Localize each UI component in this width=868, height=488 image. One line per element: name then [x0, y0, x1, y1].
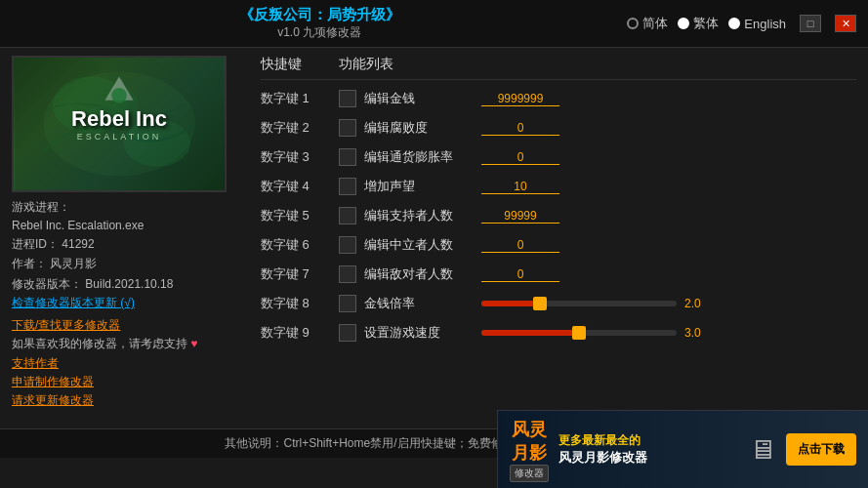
main-layout: Rebel Inc ESCALATION 游戏进程： Rebel Inc. Es… [0, 48, 868, 428]
slider-fill-8 [481, 330, 579, 336]
checkbox-5[interactable] [339, 236, 356, 254]
checkbox-2[interactable] [339, 148, 356, 166]
shortcut-key-7: 数字键 8 [261, 295, 339, 312]
author-label: 作者： [12, 257, 47, 270]
slider-thumb-8[interactable] [572, 326, 586, 340]
slider-track-7[interactable] [481, 301, 677, 306]
lang-english[interactable]: English [728, 17, 786, 31]
feature-label-7: 金钱倍率 [364, 295, 481, 312]
radio-english [728, 18, 740, 29]
version-value: Build.2021.10.18 [85, 277, 173, 291]
lang-traditional-label: 繁体 [693, 15, 719, 32]
feature-row-1: 数字键 2编辑腐败度 [261, 113, 856, 142]
pid-line: 进程ID： 41292 [12, 235, 237, 254]
checkbox-0[interactable] [339, 90, 356, 107]
feature-label-8: 设置游戏速度 [364, 324, 481, 342]
pid-value: 41292 [62, 237, 94, 251]
download-link[interactable]: 下载/查找更多修改器 [12, 318, 120, 332]
col-shortcut-header: 快捷键 [261, 56, 339, 73]
check-update-link[interactable]: 检查修改器版本更新 (√) [12, 296, 135, 309]
feature-input-6[interactable] [481, 267, 559, 282]
feature-label-1: 编辑腐败度 [364, 119, 481, 137]
feature-input-5[interactable] [481, 238, 559, 253]
radio-traditional [678, 18, 689, 29]
shortcut-key-4: 数字键 5 [261, 207, 339, 224]
slider-fill-7 [481, 301, 540, 306]
feature-label-5: 编辑中立者人数 [364, 236, 481, 254]
game-logo-area: Rebel Inc ESCALATION [71, 106, 167, 142]
feature-input-4[interactable] [481, 209, 559, 224]
slider-container-8: 3.0 [481, 326, 856, 340]
feature-input-0[interactable] [481, 92, 559, 106]
title-center: 《反叛公司：局势升级》 v1.0 九项修改器 [12, 6, 627, 41]
shortcut-key-0: 数字键 1 [261, 90, 339, 107]
feature-label-2: 编辑通货膨胀率 [364, 148, 481, 166]
author-value: 风灵月影 [50, 257, 97, 270]
svg-point-6 [111, 88, 127, 103]
shortcut-key-1: 数字键 2 [261, 119, 339, 137]
lang-english-label: English [744, 17, 786, 31]
checkbox-6[interactable] [339, 265, 356, 283]
lang-simplified[interactable]: 简体 [627, 15, 668, 32]
feature-row-4: 数字键 5编辑支持者人数 [261, 201, 856, 230]
feature-row-0: 数字键 1编辑金钱 [261, 84, 856, 113]
feature-label-4: 编辑支持者人数 [364, 207, 481, 224]
shortcut-key-3: 数字键 4 [261, 178, 339, 195]
game-name: Rebel Inc [71, 106, 167, 132]
process-label: 游戏进程： [12, 200, 70, 214]
slider-thumb-7[interactable] [533, 297, 547, 310]
heart-icon: ♥ [190, 337, 197, 350]
like-text: 如果喜欢我的修改器，请考虑支持 ♥ [12, 335, 237, 353]
slider-value-7: 2.0 [684, 297, 709, 310]
ad-subtitle: 风灵月影修改器 [558, 449, 739, 467]
close-button[interactable]: ✕ [835, 15, 856, 32]
checkbox-8[interactable] [339, 324, 356, 342]
column-headers: 快捷键 功能列表 [261, 52, 856, 80]
version-line: 修改器版本： Build.2021.10.18 [12, 275, 237, 294]
update-request-link[interactable]: 请求更新修改器 [12, 393, 94, 407]
ad-banner: 风灵 月影 修改器 更多最新最全的 风灵月影修改器 🖥 点击下载 [497, 410, 868, 488]
ad-logo-text: 风灵 月影 [512, 418, 547, 465]
shortcut-key-5: 数字键 6 [261, 236, 339, 254]
request-link[interactable]: 申请制作修改器 [12, 375, 94, 388]
col-feature-header: 功能列表 [339, 56, 856, 73]
title-bar: 《反叛公司：局势升级》 v1.0 九项修改器 简体 繁体 English □ ✕ [0, 0, 868, 48]
shortcut-key-6: 数字键 7 [261, 265, 339, 283]
feature-row-7: 数字键 8金钱倍率2.0 [261, 289, 856, 318]
ad-title: 更多最新最全的 [558, 432, 739, 449]
lang-simplified-label: 简体 [642, 15, 668, 32]
app-subtitle: v1.0 九项修改器 [12, 24, 627, 41]
feature-row-6: 数字键 7编辑敌对者人数 [261, 260, 856, 289]
app-title: 《反叛公司：局势升级》 [12, 6, 627, 24]
feature-input-3[interactable] [481, 180, 559, 194]
process-label-line: 游戏进程： [12, 198, 237, 217]
checkbox-7[interactable] [339, 295, 356, 312]
checkbox-3[interactable] [339, 178, 356, 195]
features-list: 数字键 1编辑金钱数字键 2编辑腐败度数字键 3编辑通货膨胀率数字键 4增加声望… [261, 84, 856, 347]
feature-input-2[interactable] [481, 150, 559, 165]
lang-traditional[interactable]: 繁体 [678, 15, 719, 32]
feature-label-3: 增加声望 [364, 178, 481, 195]
ad-logo-area: 风灵 月影 修改器 [510, 418, 549, 482]
slider-container-7: 2.0 [481, 297, 856, 310]
support-link[interactable]: 支持作者 [12, 356, 59, 370]
slider-track-8[interactable] [481, 330, 677, 336]
shortcut-key-8: 数字键 9 [261, 324, 339, 342]
shortcut-key-2: 数字键 3 [261, 148, 339, 166]
computer-icon: 🖥 [749, 433, 776, 466]
version-label: 修改器版本： [12, 277, 82, 291]
right-panel: 快捷键 功能列表 数字键 1编辑金钱数字键 2编辑腐败度数字键 3编辑通货膨胀率… [249, 48, 868, 428]
feature-row-5: 数字键 6编辑中立者人数 [261, 230, 856, 260]
checkbox-1[interactable] [339, 119, 356, 137]
checkbox-4[interactable] [339, 207, 356, 224]
feature-input-1[interactable] [481, 121, 559, 136]
ad-content: 更多最新最全的 风灵月影修改器 [558, 432, 739, 467]
ad-download-button[interactable]: 点击下载 [786, 433, 856, 466]
author-line: 作者： 风灵月影 [12, 255, 237, 273]
lang-options: 简体 繁体 English □ ✕ [627, 15, 856, 32]
process-name: Rebel Inc. Escalation.exe [12, 217, 237, 235]
slider-value-8: 3.0 [684, 326, 709, 340]
game-image: Rebel Inc ESCALATION [12, 56, 227, 192]
minimize-button[interactable]: □ [800, 15, 821, 32]
ad-badge: 修改器 [510, 465, 549, 482]
